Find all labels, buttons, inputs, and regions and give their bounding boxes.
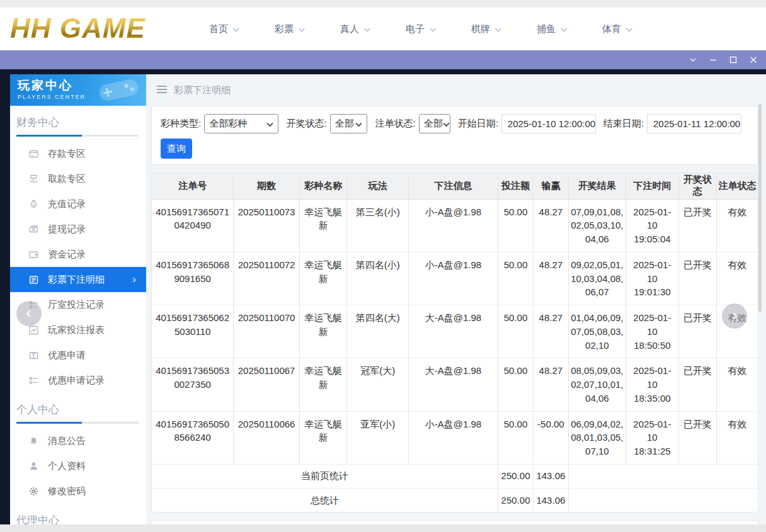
sidebar-item-label: 优惠申请记录 (48, 375, 105, 387)
sidebar-header: 玩家中心 PLAYERS CENTER (10, 74, 146, 106)
sidebar-item-充值记录[interactable]: 充值记录 (10, 191, 146, 217)
cell-下注信息: 大-A盘@1.98 (409, 358, 498, 411)
table-row: 40156917365050856624020250110066幸运飞艇新亚军(… (152, 411, 758, 464)
section-underline (16, 135, 139, 137)
bet-table-card: 注单号期数彩种名称玩法下注信息投注额输赢开奖结果下注时间开奖状态注单状态 401… (151, 173, 758, 512)
chevron-down-icon (363, 27, 371, 33)
draw-status-select[interactable]: 全部 (330, 114, 368, 133)
cell-彩种名称: 幸运飞艇新 (299, 252, 346, 305)
cell-注单状态: 有效 (717, 199, 758, 252)
column-header-注单状态: 注单状态 (717, 173, 758, 199)
sidebar-item-存款专区[interactable]: 存款专区 (10, 141, 146, 166)
column-header-输赢: 输赢 (534, 173, 568, 199)
cell-玩法: 第四名(大) (347, 305, 409, 358)
cell-期数: 20250110073 (234, 199, 300, 252)
nav-item-电子[interactable]: 电子 (406, 23, 437, 35)
sidebar-item-label: 存款专区 (48, 148, 86, 160)
sidebar-item-优惠申请记录[interactable]: 优惠申请记录 (10, 368, 146, 393)
order-status-value: 全部 (424, 118, 443, 130)
cell-注单号: 401569173650710420490 (152, 199, 234, 252)
sidebar-collapse-button[interactable] (16, 301, 42, 326)
chevron-down-icon (298, 27, 306, 33)
order-status-select[interactable]: 全部 (419, 114, 450, 133)
nav-item-label: 电子 (406, 23, 425, 35)
sidebar-item-个人资料[interactable]: 个人资料 (10, 453, 146, 478)
order-status-label: 注单状态: (375, 118, 415, 130)
chevron-down-icon (626, 27, 633, 33)
sidebar-item-label: 优惠申请 (48, 349, 86, 361)
nav-item-label: 彩票 (275, 23, 294, 35)
column-header-开奖结果: 开奖结果 (568, 173, 626, 199)
site-logo[interactable]: HH GAME (10, 13, 146, 44)
column-header-开奖状态: 开奖状态 (678, 173, 716, 199)
cell-开奖状态: 已开奖 (678, 305, 716, 358)
lottery-type-select[interactable]: 全部彩种 (204, 114, 278, 133)
page-title: 彩票下注明细 (174, 84, 231, 96)
column-header-下注时间: 下注时间 (626, 173, 679, 199)
cell-输赢: 48.27 (534, 358, 568, 411)
cell-下注时间: 2025-01-10 19:01:30 (626, 252, 679, 305)
cell-开奖结果: 09,02,05,01,10,03,04,08,06,07 (568, 252, 626, 305)
gamepad-icon (92, 74, 146, 106)
nav-item-首页[interactable]: 首页 (209, 23, 240, 35)
draw-status-label: 开奖状态: (286, 118, 326, 130)
nav-item-捕鱼[interactable]: 捕鱼 (537, 23, 568, 35)
chevron-right-icon: › (132, 273, 136, 286)
cell-期数: 20250110066 (234, 411, 300, 464)
draw-status-value: 全部 (335, 118, 354, 130)
end-date-input[interactable]: 2025-01-11 12:00:00 (647, 114, 741, 133)
sidebar-item-优惠申请[interactable]: 优惠申请 (10, 342, 146, 368)
nav-item-彩票[interactable]: 彩票 (275, 23, 306, 35)
cell-开奖状态: 已开奖 (678, 411, 716, 464)
sidebar-item-label: 彩票下注明细 (48, 274, 105, 286)
maximize-icon[interactable] (726, 53, 741, 67)
sidebar-item-label: 资金记录 (48, 249, 86, 261)
nav-item-label: 首页 (209, 23, 228, 35)
cell-输赢: -50.00 (534, 411, 568, 464)
summary-empty (568, 488, 758, 512)
sidebar-item-资金记录[interactable]: 资金记录 (10, 242, 146, 267)
start-date-input[interactable]: 2025-01-10 12:00:00 (501, 114, 596, 133)
search-button[interactable]: 查询 (161, 139, 192, 159)
cell-注单号: 401569173650530027350 (152, 358, 234, 411)
summary-empty (568, 464, 758, 488)
end-date-label: 结束日期: (603, 118, 644, 130)
lottery-type-label: 彩种类型: (161, 118, 201, 130)
column-header-期数: 期数 (234, 173, 300, 199)
sidebar-section-title: 个人中心 (16, 402, 146, 417)
breadcrumb: 彩票下注明细 (150, 74, 760, 106)
minimize-icon[interactable] (706, 53, 721, 67)
pagination-bar: 每页显示20条 共5条 首页 上一页 [1] 下一页 第 页 跳转 (151, 520, 758, 524)
nav-item-label: 捕鱼 (537, 23, 556, 35)
panel-expand-button[interactable] (722, 303, 747, 329)
start-date-value: 2025-01-10 12:00:00 (508, 118, 595, 129)
main-content: 彩票下注明细 彩种类型: 全部彩种 开奖状态: 全部 注单状态: (146, 74, 766, 524)
sidebar-item-彩票下注明细[interactable]: 彩票下注明细› (10, 267, 146, 292)
wallet-icon (28, 249, 39, 260)
chevron-down-icon (266, 118, 273, 129)
nav-item-棋牌[interactable]: 棋牌 (471, 23, 502, 35)
summary-winloss-total: 143.06 (534, 488, 568, 512)
sidebar-section-title: 财务中心 (16, 115, 146, 130)
sidebar-item-提现记录[interactable]: 提现记录 (10, 217, 146, 242)
cell-下注时间: 2025-01-10 18:31:25 (626, 411, 679, 464)
cell-玩法: 第四名(小) (347, 252, 409, 305)
sidebar-item-取款专区[interactable]: 取款专区 (10, 166, 146, 191)
chevron-down-icon[interactable] (685, 53, 700, 67)
coupon-icon (28, 349, 39, 361)
scrollbar-thumb[interactable] (758, 104, 762, 312)
cell-开奖状态: 已开奖 (678, 199, 716, 252)
nav-item-真人[interactable]: 真人 (340, 23, 371, 35)
cell-开奖结果: 07,09,01,08,02,05,03,10,04,06 (568, 199, 626, 252)
list-icon (28, 375, 39, 386)
nav-item-体育[interactable]: 体育 (602, 23, 633, 35)
cell-开奖结果: 08,05,09,03,02,07,10,01,04,06 (568, 358, 626, 411)
doc-icon (28, 274, 39, 285)
sidebar-item-label: 个人资料 (48, 460, 86, 472)
chevron-down-icon (443, 118, 450, 129)
close-icon[interactable] (746, 53, 761, 67)
table-row: 40156917365071042049020250110073幸运飞艇新第三名… (152, 199, 758, 252)
sidebar-item-修改密码[interactable]: 修改密码 (10, 478, 146, 504)
hamburger-icon[interactable] (156, 85, 168, 96)
sidebar-item-消息公告[interactable]: 消息公告 (10, 428, 146, 453)
